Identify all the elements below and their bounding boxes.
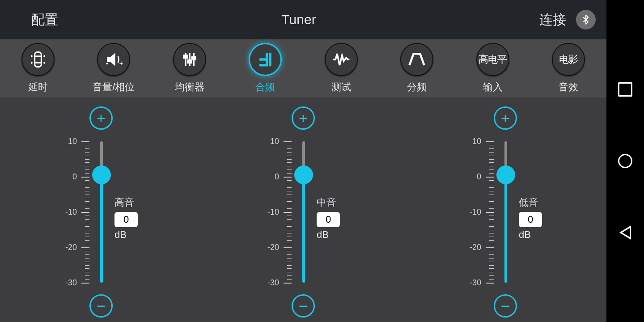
scale-label: -30 (470, 278, 481, 288)
slider-value: 0 (317, 212, 340, 227)
android-nav-bar (606, 0, 644, 322)
tab-combine[interactable]: 合频 (228, 39, 304, 97)
slider-name: 高音 (114, 196, 138, 209)
scale-label: 10 (68, 137, 77, 146)
scale-label: 0 (72, 172, 77, 182)
svg-text:+: + (119, 59, 123, 67)
back-button[interactable] (619, 225, 631, 240)
increase-button[interactable]: + (292, 106, 315, 130)
app-title: Tuner (89, 12, 508, 27)
svg-point-1 (106, 63, 108, 64)
svg-rect-6 (184, 55, 187, 58)
combine-icon (249, 43, 282, 76)
scale-label: 0 (477, 172, 481, 182)
scale-label: -20 (470, 243, 481, 252)
svg-rect-0 (34, 52, 41, 67)
scale-label: 10 (472, 137, 481, 146)
slider-unit: dB (317, 229, 340, 241)
scale-label: -20 (65, 243, 77, 252)
decrease-button[interactable]: − (292, 294, 315, 318)
overview-button[interactable] (618, 82, 632, 97)
scale-label: -30 (267, 278, 279, 288)
scale-label: 10 (270, 137, 279, 146)
config-button[interactable]: 配置 (0, 11, 89, 29)
slider-value: 0 (519, 212, 542, 227)
tab-label: 分频 (407, 80, 427, 94)
wave-icon (325, 43, 358, 76)
increase-button[interactable]: + (494, 106, 517, 130)
connect-button[interactable]: 连接 (539, 11, 566, 29)
slider-value: 0 (114, 212, 138, 227)
tab-test[interactable]: 测试 (303, 39, 379, 97)
sliders-icon (173, 43, 206, 76)
slider-area: +−100-10-20-30高音0dB+−100-10-20-30中音0dB+−… (0, 97, 606, 322)
scale-label: -10 (267, 208, 279, 217)
tab-label: 均衡器 (175, 80, 204, 94)
tab-fx[interactable]: 电影 音效 (531, 39, 607, 97)
tab-bar: 延时 + 音量/相位 均衡器 (0, 39, 606, 97)
movie-icon: 电影 (552, 43, 585, 76)
slider-name: 中音 (317, 196, 340, 209)
scale-label: -20 (267, 243, 279, 252)
decrease-button[interactable]: − (89, 294, 113, 318)
car-icon (21, 43, 55, 76)
speaker-icon: + (97, 43, 130, 76)
tab-label: 测试 (331, 80, 351, 94)
slider-unit: dB (519, 229, 542, 241)
tab-delay[interactable]: 延时 (0, 39, 76, 97)
tab-label: 输入 (483, 80, 503, 94)
slider-2: +−100-10-20-30低音0dB (404, 97, 606, 322)
slider-thumb[interactable] (92, 165, 111, 184)
scale-label: -30 (65, 278, 77, 288)
increase-button[interactable]: + (89, 106, 113, 130)
slider-unit: dB (114, 229, 138, 241)
svg-rect-7 (188, 60, 191, 63)
decrease-button[interactable]: − (494, 294, 517, 318)
tab-label: 延时 (28, 80, 48, 94)
tab-input[interactable]: 高电平 输入 (455, 39, 531, 97)
tab-label: 合频 (255, 80, 275, 94)
svg-rect-8 (192, 57, 195, 60)
tab-eq[interactable]: 均衡器 (152, 39, 228, 97)
home-button[interactable] (618, 154, 632, 168)
slider-0: +−100-10-20-30高音0dB (0, 97, 202, 322)
tab-volume[interactable]: + 音量/相位 (76, 39, 152, 97)
slider-thumb[interactable] (294, 165, 313, 184)
scale-label: -10 (470, 208, 481, 217)
slider-name: 低音 (519, 196, 542, 209)
tab-label: 音效 (559, 80, 578, 94)
high-level-icon: 高电平 (476, 43, 509, 76)
scale-label: 0 (275, 172, 279, 182)
tab-crossover[interactable]: 分频 (379, 39, 455, 97)
bluetooth-icon[interactable] (576, 10, 596, 30)
app-header: 配置 Tuner 连接 (0, 0, 606, 39)
tab-label: 音量/相位 (93, 80, 135, 94)
slider-1: +−100-10-20-30中音0dB (202, 97, 404, 322)
trapezoid-icon (400, 43, 433, 76)
scale-label: -10 (65, 208, 77, 217)
slider-thumb[interactable] (496, 165, 515, 184)
